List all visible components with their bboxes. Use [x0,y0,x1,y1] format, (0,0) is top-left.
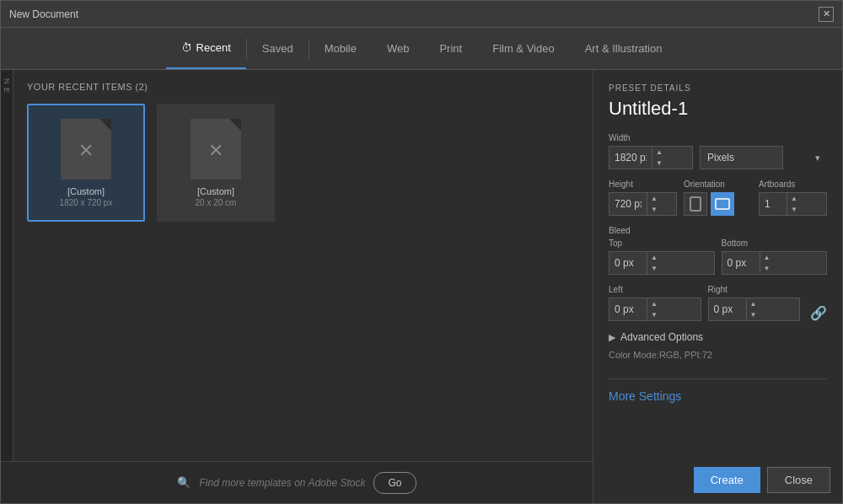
left-input[interactable] [609,303,647,315]
artboards-spinner[interactable]: ▲ ▼ [759,192,827,216]
items-grid: ✕ [Custom] 1820 x 720 px ✕ [Custom] [27,104,579,222]
artboards-up-btn[interactable]: ▲ [787,193,801,204]
search-stock-placeholder: Find more templates on Adobe Stock [199,477,365,489]
recent-item-0[interactable]: ✕ [Custom] 1820 x 720 px [27,104,145,222]
left-sidebar: N E [1,70,13,461]
artboards-spinner-btns: ▲ ▼ [787,193,801,215]
advanced-options-row[interactable]: ▶ Advanced Options [609,331,827,343]
tabs-row: ⏱ Recent Saved Mobile Web Print Film & V… [1,28,842,70]
artboards-label: Artboards [759,180,827,189]
window-title: New Document [9,8,78,20]
portrait-btn[interactable] [684,192,707,216]
height-spinner[interactable]: ▲ ▼ [609,192,677,216]
top-down-btn[interactable]: ▼ [647,263,661,274]
bottom-down-btn[interactable]: ▼ [760,263,774,274]
right-up-btn[interactable]: ▲ [747,298,760,309]
svg-rect-0 [690,197,701,211]
titlebar: New Document ✕ [1,1,842,28]
unit-select[interactable]: Pixels Inches Centimeters Millimeters Po… [700,146,783,169]
width-spinner[interactable]: ▲ ▼ [609,146,693,169]
artboards-down-btn[interactable]: ▼ [787,204,801,215]
close-button[interactable]: Close [767,467,830,493]
width-spinner-btns: ▲ ▼ [652,147,666,169]
doc-icon-0: ✕ [61,119,111,180]
width-down-btn[interactable]: ▼ [652,158,666,169]
item-label-1: [Custom] [197,186,234,196]
bottom-bar: 🔍 Find more templates on Adobe Stock Go [1,461,593,503]
top-spinner[interactable]: ▲ ▼ [609,251,715,275]
right-panel: PRESET DETAILS Untitled-1 Width ▲ ▼ Pi [593,70,842,503]
left-spinner[interactable]: ▲ ▼ [609,298,701,321]
tab-recent[interactable]: ⏱ Recent [166,28,246,69]
width-row: ▲ ▼ Pixels Inches Centimeters Millimeter… [609,146,827,169]
width-input[interactable] [609,152,652,164]
artboards-input[interactable] [760,198,787,210]
width-label: Width [609,133,827,142]
item-sublabel-1: 20 x 20 cm [196,198,237,207]
bleed-left-right-row: Left ▲ ▼ Right [609,285,827,321]
artboards-col: Artboards ▲ ▼ [759,180,827,216]
recent-icon: ⏱ [181,41,192,54]
bleed-label: Bleed [609,226,827,235]
height-label: Height [609,180,677,189]
orientation-label: Orientation [684,180,752,189]
bottom-up-btn[interactable]: ▲ [760,252,774,263]
bottom-label: Bottom [722,239,828,248]
left-down-btn[interactable]: ▼ [647,309,661,320]
tab-mobile[interactable]: Mobile [309,28,372,69]
tab-print[interactable]: Print [424,28,477,69]
height-up-btn[interactable]: ▲ [647,193,661,204]
link-bleed-icon[interactable]: 🔗 [810,305,827,321]
height-input[interactable] [609,198,647,210]
item-sublabel-0: 1820 x 720 px [60,198,113,207]
bleed-right-col: Right ▲ ▼ [708,285,801,321]
left-label: Left [609,285,701,294]
section-divider [609,378,827,379]
doc-icon-cross-0: ✕ [78,140,94,162]
bleed-top-col: Top ▲ ▼ [609,239,715,275]
search-icon: 🔍 [177,476,191,489]
tab-art[interactable]: Art & Illustration [570,28,678,69]
right-spinner-btns: ▲ ▼ [746,298,760,320]
sidebar-letter2: E [3,88,11,93]
bleed-bottom-col: Bottom ▲ ▼ [722,239,828,275]
landscape-btn[interactable] [711,192,734,216]
preset-title: Untitled-1 [609,98,827,120]
right-down-btn[interactable]: ▼ [747,309,760,320]
content-area: YOUR RECENT ITEMS (2) ✕ [Custom] 1820 x … [13,70,593,461]
bottom-spinner[interactable]: ▲ ▼ [722,251,828,275]
tab-saved[interactable]: Saved [247,28,309,69]
top-up-btn[interactable]: ▲ [647,252,661,263]
window-close-button[interactable]: ✕ [819,7,834,22]
right-label: Right [708,285,801,294]
doc-icon-1: ✕ [191,119,241,180]
left-spinner-btns: ▲ ▼ [647,298,661,320]
create-button[interactable]: Create [694,467,760,493]
tab-web[interactable]: Web [372,28,425,69]
right-spinner[interactable]: ▲ ▼ [708,298,801,321]
recent-item-1[interactable]: ✕ [Custom] 20 x 20 cm [157,104,275,222]
bleed-left-col: Left ▲ ▼ [609,285,701,321]
left-up-btn[interactable]: ▲ [647,298,661,309]
recent-header: YOUR RECENT ITEMS (2) [27,82,579,92]
tab-film[interactable]: Film & Video [477,28,569,69]
orientation-group [684,192,752,216]
advanced-options-label: Advanced Options [620,331,703,343]
right-input[interactable] [709,303,746,315]
top-input[interactable] [609,257,647,269]
height-down-btn[interactable]: ▼ [647,204,661,215]
bottom-input[interactable] [722,257,760,269]
preset-section-label: PRESET DETAILS [609,83,827,93]
more-settings-link[interactable]: More Settings [609,389,827,403]
top-label: Top [609,239,715,248]
color-mode-text: Color Mode:RGB, PPI:72 [609,350,827,360]
orientation-col: Orientation [684,180,752,216]
height-orient-row: Height ▲ ▼ Orientation [609,180,827,216]
advanced-chevron-icon: ▶ [609,332,615,343]
sidebar-letter: N [3,78,11,84]
height-spinner-btns: ▲ ▼ [647,193,661,215]
width-up-btn[interactable]: ▲ [652,147,666,158]
go-button[interactable]: Go [373,472,416,494]
unit-select-wrapper[interactable]: Pixels Inches Centimeters Millimeters Po… [700,146,827,169]
svg-rect-1 [716,199,729,209]
